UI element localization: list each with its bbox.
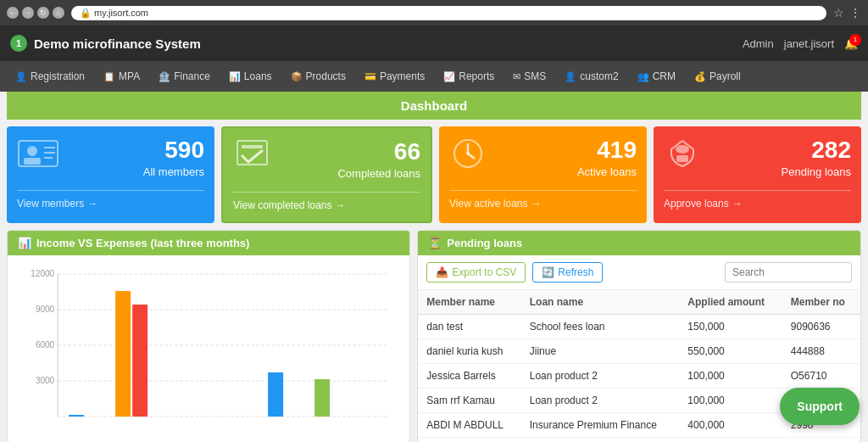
- menu-item-products[interactable]: 📦 Products: [282, 65, 354, 87]
- cell-member-name: daniel kuria kush: [418, 339, 520, 364]
- cell-loan-name: School fees loan: [521, 315, 680, 339]
- view-members-text: View members: [17, 198, 84, 210]
- chart-area: 12000 9000 6000 3000: [8, 255, 409, 442]
- support-button[interactable]: Support: [780, 388, 860, 425]
- pending-loans-icon: [664, 137, 702, 178]
- browser-reload-btn[interactable]: ↻: [37, 7, 49, 19]
- cell-applied-amount: 550,000: [679, 339, 782, 364]
- menu-item-sms[interactable]: ✉ SMS: [504, 65, 554, 87]
- browser-bar: ← → ↻ ⌂ 🔒 my.jisort.com ☆ ⋮: [0, 0, 868, 25]
- registration-icon: 👤: [15, 71, 27, 82]
- app-icon: 1: [10, 35, 27, 52]
- star-icon[interactable]: ☆: [833, 6, 844, 20]
- cell-loan-name: Loan product 2: [521, 389, 680, 413]
- browser-home-btn[interactable]: ⌂: [53, 7, 64, 19]
- stat-card-completed-loans: 66 Completed loans View completed loans …: [221, 126, 432, 223]
- chart-svg: 12000 9000 6000 3000: [16, 264, 401, 434]
- menu-label-crm: CRM: [653, 70, 676, 82]
- chart-title: Income VS Expenses (last three months): [36, 237, 249, 249]
- browser-controls[interactable]: ← → ↻ ⌂: [7, 7, 64, 19]
- col-loan-name: Loan name: [521, 290, 680, 315]
- svg-point-12: [676, 145, 689, 154]
- url-text: my.jisort.com: [94, 8, 148, 18]
- svg-rect-13: [676, 155, 688, 162]
- cell-member-no: 444888: [782, 339, 860, 364]
- svg-text:9000: 9000: [36, 305, 55, 314]
- menu-item-mpa[interactable]: 📋 MPA: [95, 65, 148, 87]
- menu-item-crm[interactable]: 👥 CRM: [629, 65, 684, 87]
- refresh-button[interactable]: 🔄 Refresh: [532, 262, 603, 283]
- export-to-csv-button[interactable]: 📥 Export to CSV: [426, 262, 526, 283]
- admin-dropdown[interactable]: Admin: [743, 37, 774, 50]
- table-row[interactable]: Jessica Barrels Loan product 2 100,000 O…: [418, 364, 860, 389]
- svg-rect-2: [24, 158, 41, 165]
- loans-controls: 📥 Export to CSV 🔄 Refresh: [418, 255, 860, 290]
- cell-member-no: 9090636: [782, 315, 860, 339]
- crm-icon: 👥: [637, 71, 649, 82]
- svg-rect-6: [237, 141, 267, 165]
- notification-bell[interactable]: 🔔 1: [844, 37, 858, 50]
- svg-rect-7: [242, 145, 263, 148]
- cell-applied-amount: 150,000: [679, 315, 782, 339]
- loans-panel-header: ⏳ Pending loans: [418, 231, 860, 255]
- table-row[interactable]: daniel kuria kush Jiinue 550,000 444888: [418, 339, 860, 364]
- cell-member-name: ABDI M ABDULL: [418, 413, 520, 438]
- svg-rect-27: [268, 372, 283, 417]
- top-nav-left: 1 Demo microfinance System: [10, 35, 201, 52]
- menu-icon[interactable]: ⋮: [849, 6, 861, 20]
- table-row[interactable]: dan test School fees loan 150,000 909063…: [418, 315, 860, 339]
- active-loans-icon: [449, 137, 487, 178]
- chart-panel: 📊 Income VS Expenses (last three months)…: [7, 230, 410, 442]
- cell-loan-name: Loan product 2: [521, 364, 680, 389]
- cell-member-no: O56710: [782, 364, 860, 389]
- view-active-loans-text: View active loans: [449, 198, 528, 210]
- cell-member-name: Sam rrf Kamau: [418, 389, 520, 413]
- view-completed-loans-text: View completed loans: [233, 199, 332, 211]
- menu-item-finance[interactable]: 🏦 Finance: [150, 65, 219, 87]
- browser-back-btn[interactable]: ←: [7, 7, 19, 19]
- menu-label-loans: Loans: [244, 70, 272, 82]
- menu-item-payments[interactable]: 💳 Payments: [356, 65, 433, 87]
- view-completed-loans-link[interactable]: View completed loans →: [233, 192, 420, 211]
- members-icon: [17, 137, 59, 178]
- menu-label-custom2: custom2: [580, 70, 618, 82]
- menu-label-registration: Registration: [31, 70, 85, 82]
- main-content: 590 All members View members → 66 Comple…: [0, 120, 868, 442]
- svg-text:3000: 3000: [36, 376, 55, 385]
- lock-icon: 🔒: [80, 8, 92, 19]
- notif-badge: 1: [849, 34, 861, 46]
- products-icon: 📦: [291, 71, 303, 82]
- app-title: Demo microfinance System: [34, 36, 201, 51]
- approve-loans-text: Approve loans: [664, 198, 729, 210]
- menu-label-reports: Reports: [459, 70, 494, 82]
- svg-point-1: [27, 146, 37, 156]
- payments-icon: 💳: [364, 71, 376, 82]
- browser-forward-btn[interactable]: →: [22, 7, 34, 19]
- cell-applied-amount: 100,000: [679, 364, 782, 389]
- menu-item-custom2[interactable]: 👤 custom2: [556, 65, 626, 87]
- address-bar[interactable]: 🔒 my.jisort.com: [71, 6, 826, 20]
- cell-member-name: Jessica Barrels: [418, 364, 520, 389]
- completed-arrow-icon: →: [336, 199, 346, 211]
- refresh-label: Refresh: [558, 266, 593, 278]
- menu-label-finance: Finance: [174, 70, 210, 82]
- stats-row: 590 All members View members → 66 Comple…: [7, 126, 861, 223]
- cell-applied-amount: 400,000: [679, 413, 782, 438]
- refresh-icon: 🔄: [542, 266, 554, 278]
- menu-item-loans[interactable]: 📊 Loans: [220, 65, 281, 87]
- col-member-no: Member no: [782, 290, 860, 315]
- user-dropdown[interactable]: janet.jisort: [784, 37, 834, 50]
- menu-item-registration[interactable]: 👤 Registration: [7, 65, 93, 87]
- stat-card-active-loans: 419 Active loans View active loans →: [439, 126, 647, 223]
- menu-label-sms: SMS: [524, 70, 546, 82]
- menu-item-payroll[interactable]: 💰 Payroll: [686, 65, 749, 87]
- menu-item-reports[interactable]: 📈 Reports: [435, 65, 503, 87]
- menu-label-payments: Payments: [380, 70, 425, 82]
- approve-loans-link[interactable]: Approve loans →: [664, 190, 851, 210]
- menu-label-payroll: Payroll: [709, 70, 741, 82]
- menu-label-products: Products: [306, 70, 346, 82]
- export-label: Export to CSV: [452, 266, 516, 278]
- view-members-link[interactable]: View members →: [17, 190, 204, 210]
- view-active-loans-link[interactable]: View active loans →: [449, 190, 637, 210]
- search-input[interactable]: [725, 262, 852, 283]
